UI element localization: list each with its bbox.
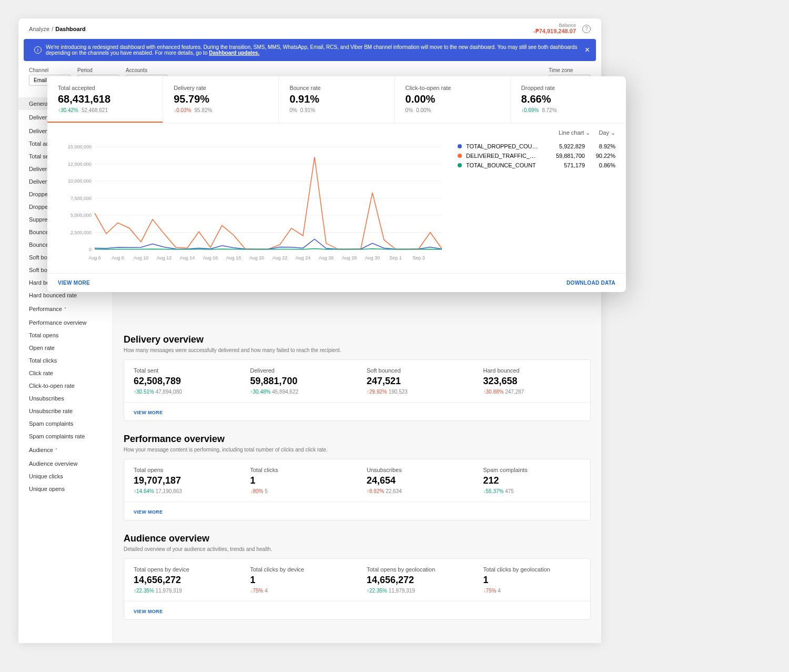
chart-type-select[interactable]: Line chart ⌄	[559, 129, 590, 136]
kpi-cell[interactable]: Dropped rate 8.66% ↓0.69%8.72%	[511, 76, 626, 123]
sidebar-item[interactable]: Click rate	[18, 367, 113, 379]
metric-delta: ↓75% 4	[250, 588, 348, 594]
metric-value: 14,656,272	[134, 575, 231, 586]
svg-text:Aug 26: Aug 26	[319, 255, 334, 260]
kpi-label: Delivery rate	[174, 85, 268, 91]
metric-value: 24,654	[367, 475, 464, 486]
channel-label: Channel	[29, 67, 71, 73]
view-more-link[interactable]: VIEW MORE	[58, 280, 90, 286]
metric-label: Total opens by geolocation	[367, 566, 464, 573]
metric-delta: ↓55.37% 475	[483, 488, 581, 494]
metric-cell: Delivered 59,881,700 ↑30.48% 45,894,622	[241, 360, 358, 402]
svg-text:Aug 16: Aug 16	[203, 255, 218, 260]
metric-label: Unsubscribes	[367, 467, 464, 473]
help-icon[interactable]: ?	[582, 25, 591, 33]
section-card: Total sent 62,508,789 ↑30.51% 47,894,080…	[124, 359, 591, 421]
close-icon[interactable]: ×	[585, 45, 590, 55]
kpi-value: 0.91%	[289, 93, 383, 105]
svg-text:Aug 12: Aug 12	[157, 255, 172, 260]
sidebar-item[interactable]: Unsubscribe rate	[18, 405, 113, 417]
sidebar-item[interactable]: Audience overview	[18, 457, 113, 470]
sidebar-item[interactable]: Unique opens	[18, 483, 113, 495]
svg-text:Aug 6: Aug 6	[88, 255, 101, 260]
sidebar-item[interactable]: Total clicks	[18, 354, 113, 367]
metric-value: 1	[250, 575, 348, 586]
breadcrumb-parent[interactable]: Analyze	[29, 26, 49, 32]
section-title: Performance overview	[124, 434, 591, 445]
svg-text:Aug 14: Aug 14	[180, 255, 195, 260]
svg-text:7,500,000: 7,500,000	[70, 196, 92, 201]
kpi-value: 95.79%	[174, 93, 268, 105]
metric-value: 212	[483, 475, 581, 486]
sidebar-item[interactable]: Spam complaints	[18, 417, 113, 430]
metric-delta: ↑14.64% 17,190,863	[134, 488, 231, 494]
breadcrumb: Analyze / Dashboard	[29, 26, 86, 32]
chart-controls: Line chart ⌄ Day ⌄	[47, 123, 626, 136]
chevron-up-icon: ˄	[55, 448, 57, 453]
app-root: Analyze / Dashboard Balance -₱74,919,248…	[18, 18, 601, 643]
metric-delta: ↑29.92% 190,523	[367, 389, 464, 395]
metric-cell: Total sent 62,508,789 ↑30.51% 47,894,080	[124, 360, 241, 402]
svg-text:Sep 1: Sep 1	[389, 255, 402, 260]
sidebar-item[interactable]: Unsubscribes	[18, 392, 113, 405]
balance-wrap: Balance -₱74,919,248.07 ?	[533, 23, 591, 35]
metric-cell: Unsubscribes 24,654 ↑8.92% 22,634	[357, 459, 474, 502]
svg-text:12,500,000: 12,500,000	[68, 162, 92, 167]
sidebar-item[interactable]: Open rate	[18, 342, 113, 354]
line-chart: 02,500,0005,000,0007,500,00010,000,00012…	[58, 142, 447, 263]
legend-name: DELIVERED_TRAFFIC_COU...	[466, 153, 539, 159]
metric-label: Soft bounced	[367, 367, 464, 374]
balance-label: Balance	[533, 23, 576, 28]
section-audience: Audience overview Detailed overview of y…	[124, 533, 591, 620]
sidebar-item[interactable]: Spam complaints rate	[18, 430, 113, 443]
legend-pct: 8.92%	[589, 143, 615, 149]
balance: Balance -₱74,919,248.07	[533, 23, 576, 35]
download-data-link[interactable]: DOWNLOAD DATA	[567, 280, 615, 286]
view-more-link[interactable]: VIEW MORE	[134, 509, 163, 515]
breadcrumb-current: Dashboard	[55, 26, 85, 32]
legend-row[interactable]: DELIVERED_TRAFFIC_COU... 59,881,700 90.2…	[458, 151, 615, 161]
metric-label: Total opens	[134, 467, 231, 473]
legend-value: 59,881,700	[543, 153, 585, 159]
metric-label: Total opens by device	[134, 566, 231, 573]
section-desc: How your message content is performing, …	[124, 447, 591, 453]
granularity-select[interactable]: Day ⌄	[599, 129, 615, 136]
metric-cell: Total clicks by geolocation 1 ↓75% 4	[474, 559, 591, 601]
kpi-cell[interactable]: Bounce rate 0.91% 0%0.91%	[279, 76, 394, 123]
sidebar-item[interactable]: Total opens	[18, 329, 113, 342]
balance-value: -₱74,919,248.07	[533, 28, 576, 35]
chart-footer: VIEW MORE DOWNLOAD DATA	[47, 273, 626, 292]
svg-text:Aug 30: Aug 30	[365, 255, 380, 260]
kpi-cell[interactable]: Delivery rate 95.79% ↓0.03%95.82%	[163, 76, 279, 123]
metric-label: Total sent	[134, 367, 231, 374]
metric-value: 59,881,700	[250, 376, 348, 387]
legend-row[interactable]: TOTAL_DROPPED_COUNT 5,922,829 8.92%	[458, 142, 615, 151]
metric-delta: ↑8.92% 22,634	[367, 488, 464, 494]
sidebar-item[interactable]: Performance overview	[18, 316, 113, 329]
sidebar-group-performance[interactable]: Performance˄	[18, 302, 113, 316]
svg-text:Aug 18: Aug 18	[226, 255, 241, 260]
view-more-link[interactable]: VIEW MORE	[134, 609, 163, 614]
section-delivery: Delivery overview How many messages were…	[124, 334, 591, 421]
legend-row[interactable]: TOTAL_BOUNCE_COUNT 571,179 0.86%	[458, 161, 615, 170]
legend-dot-icon	[458, 144, 462, 148]
banner-link[interactable]: Dashboard updates.	[209, 50, 259, 56]
metric-delta: ↓75% 4	[483, 588, 581, 594]
legend-dot-icon	[458, 163, 462, 167]
sidebar-item[interactable]: Click-to-open rate	[18, 379, 113, 392]
sidebar-group-audience[interactable]: Audience˄	[18, 443, 113, 457]
kpi-cell[interactable]: Click-to-open rate 0.00% 0%0.00%	[395, 76, 511, 123]
metric-cell: Soft bounced 247,521 ↑29.92% 190,523	[357, 360, 474, 402]
kpi-label: Click-to-open rate	[406, 85, 500, 91]
metric-value: 323,658	[483, 376, 581, 387]
sidebar-item[interactable]: Unique clicks	[18, 470, 113, 483]
metric-delta: ↑30.88% 247,287	[483, 389, 581, 395]
view-more-link[interactable]: VIEW MORE	[134, 410, 163, 415]
metric-label: Delivered	[250, 367, 348, 374]
metric-cell: Total clicks by device 1 ↓75% 4	[241, 559, 358, 601]
svg-text:Sep 3: Sep 3	[412, 255, 425, 260]
kpi-cell[interactable]: Total accepted 68,431,618 ↑30.42%52,468,…	[47, 76, 163, 123]
metric-label: Hard bounced	[483, 367, 581, 374]
metric-label: Total clicks	[250, 467, 348, 473]
tz-label: Time zone	[549, 67, 591, 73]
